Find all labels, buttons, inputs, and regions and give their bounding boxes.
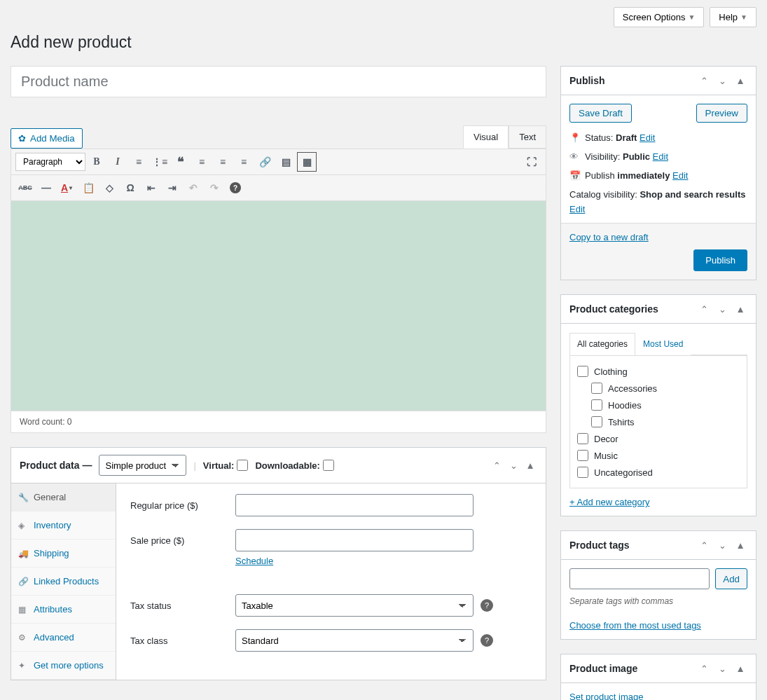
regular-price-input[interactable] [235,494,474,516]
cat-clothing-checkbox[interactable] [577,366,588,377]
downloadable-label[interactable]: Downloadable: [255,460,333,471]
blockquote-button[interactable]: ❝ [171,152,191,172]
move-down-button[interactable]: ⌄ [715,538,729,552]
tab-linked[interactable]: 🔗Linked Products [11,568,116,596]
cat-uncat-checkbox[interactable] [577,467,588,478]
sale-price-input[interactable] [235,529,474,551]
paragraph-select[interactable]: Paragraph [15,153,85,171]
cat-music-checkbox[interactable] [577,450,588,461]
fullscreen-button[interactable]: ⛶ [522,152,541,172]
move-down-button[interactable]: ⌄ [506,458,520,472]
align-center-button[interactable]: ≡ [213,152,233,172]
move-up-button[interactable]: ⌃ [490,458,504,472]
tab-attributes[interactable]: ▦Attributes [11,596,116,624]
collapse-button[interactable]: ▲ [523,458,537,472]
editor-canvas[interactable] [11,201,546,411]
move-up-button[interactable]: ⌃ [697,302,711,316]
add-category-link[interactable]: + Add new category [569,497,650,507]
tab-general[interactable]: 🔧General [11,483,116,512]
chevron-down-icon: ▼ [688,13,695,21]
paste-button[interactable]: 📋 [78,178,98,198]
tab-advanced[interactable]: ⚙Advanced [11,624,116,652]
collapse-button[interactable]: ▲ [733,538,747,552]
tags-title: Product tags [569,540,697,551]
cat-clothing-label: Clothing [594,366,628,377]
schedule-link[interactable]: Schedule [235,556,273,566]
edit-visibility-link[interactable]: Edit [653,151,668,162]
cat-accessories-checkbox[interactable] [591,383,602,394]
readmore-button[interactable]: ▤ [276,152,296,172]
link-button[interactable]: 🔗 [255,152,275,172]
cat-hoodies-checkbox[interactable] [591,399,602,411]
product-data-title: Product data — [20,460,92,471]
cat-hoodies-label: Hoodies [608,400,642,411]
text-color-button[interactable]: A ▼ [57,178,77,198]
publish-button[interactable]: Publish [693,249,747,271]
choose-tags-link[interactable]: Choose from the most used tags [569,620,701,631]
visibility-label: Visibility: [585,151,620,162]
toolbar-toggle-button[interactable]: ▦ [297,152,317,172]
tab-text[interactable]: Text [509,125,546,149]
add-media-button[interactable]: ✿ Add Media [11,128,83,149]
tab-more[interactable]: ✦Get more options [11,652,116,680]
help-icon-button[interactable]: ? [226,178,245,198]
save-draft-button[interactable]: Save Draft [569,104,632,123]
cat-tshirts-checkbox[interactable] [591,416,602,427]
tags-input[interactable] [569,568,710,589]
set-image-link[interactable]: Set product image [569,692,644,700]
tax-status-select[interactable]: Taxable [235,594,474,617]
tax-status-label: Tax status [130,601,235,611]
bullet-list-button[interactable]: ≡ [129,152,148,172]
collapse-button[interactable]: ▲ [733,74,747,88]
move-up-button[interactable]: ⌃ [697,74,711,88]
downloadable-checkbox[interactable] [323,460,334,471]
help-button[interactable]: Help ▼ [710,7,756,27]
help-icon[interactable]: ? [481,634,493,647]
help-icon[interactable]: ? [481,599,493,612]
edit-catalog-link[interactable]: Edit [569,204,585,214]
move-down-button[interactable]: ⌄ [715,302,729,316]
tab-all-categories[interactable]: All categories [569,333,635,355]
hr-button[interactable]: — [36,178,56,198]
product-type-select[interactable]: Simple product [99,455,186,476]
move-down-button[interactable]: ⌄ [715,661,729,675]
align-left-button[interactable]: ≡ [192,152,212,172]
move-down-button[interactable]: ⌄ [715,74,729,88]
move-up-button[interactable]: ⌃ [697,661,711,675]
copy-draft-link[interactable]: Copy to a new draft [569,232,649,242]
move-up-button[interactable]: ⌃ [697,538,711,552]
help-label: Help [719,12,738,22]
visibility-value: Public [623,151,650,162]
strikethrough-button[interactable]: ABC [15,178,35,198]
edit-publish-link[interactable]: Edit [672,170,688,181]
virtual-label[interactable]: Virtual: [203,460,249,471]
tab-inventory[interactable]: ◈Inventory [11,512,116,540]
redo-button[interactable]: ↷ [205,178,224,198]
align-right-button[interactable]: ≡ [234,152,254,172]
add-tag-button[interactable]: Add [715,568,747,589]
chevron-down-icon: ▼ [740,13,747,21]
outdent-button[interactable]: ⇤ [141,178,161,198]
catalog-label: Catalog visibility: [569,189,637,200]
preview-button[interactable]: Preview [696,104,747,123]
collapse-button[interactable]: ▲ [733,302,747,316]
collapse-button[interactable]: ▲ [733,661,747,675]
virtual-checkbox[interactable] [237,460,248,471]
number-list-button[interactable]: ⋮≡ [150,152,170,172]
undo-button[interactable]: ↶ [184,178,203,198]
product-name-input[interactable] [11,66,546,97]
screen-options-button[interactable]: Screen Options ▼ [614,7,705,27]
edit-status-link[interactable]: Edit [640,132,655,143]
italic-button[interactable]: I [108,152,127,172]
indent-button[interactable]: ⇥ [163,178,182,198]
special-char-button[interactable]: Ω [120,178,140,198]
tab-most-used[interactable]: Most Used [635,333,691,355]
tax-class-select[interactable]: Standard [235,629,474,652]
cat-decor-checkbox[interactable] [577,433,588,444]
tab-visual[interactable]: Visual [463,125,509,149]
clear-format-button[interactable]: ◇ [99,178,119,198]
link-icon: 🔗 [18,577,28,586]
publish-title: Publish [569,75,697,86]
bold-button[interactable]: B [87,152,106,172]
tab-shipping[interactable]: 🚚Shipping [11,540,116,568]
